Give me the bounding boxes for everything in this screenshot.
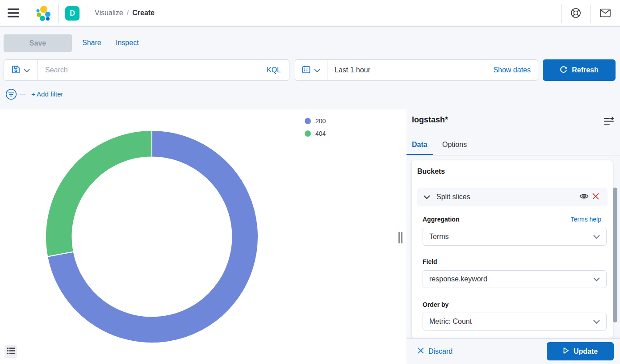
legend-label: 200 <box>315 117 326 125</box>
close-x-icon <box>418 347 424 356</box>
space-avatar[interactable]: D <box>65 6 80 21</box>
chevron-down-icon <box>314 66 320 74</box>
refresh-button[interactable]: Refresh <box>543 59 616 81</box>
panel-scrollbar-thumb[interactable] <box>613 188 617 322</box>
filter-funnel-icon <box>5 94 17 101</box>
help-life-ring-icon <box>570 7 582 20</box>
chevron-down-icon <box>24 66 30 74</box>
chevron-down-icon <box>593 318 600 326</box>
index-pattern-title: logstash* <box>412 115 448 125</box>
field-label: Field <box>423 258 437 265</box>
legend-dot-404 <box>305 130 311 137</box>
time-range-value[interactable]: Last 1 hour <box>327 66 493 74</box>
menu-hamburger-button[interactable] <box>6 7 21 20</box>
discard-label: Discard <box>428 347 452 356</box>
collapse-panel-button[interactable] <box>603 116 615 127</box>
header-divider <box>28 4 28 23</box>
update-button[interactable]: Update <box>547 342 614 360</box>
query-bar: KQL <box>4 59 289 81</box>
kibana-visualize-editor: D Visualize / Create <box>0 0 620 364</box>
panel-resize-handle[interactable] <box>398 232 403 243</box>
tab-data[interactable]: Data <box>406 140 433 155</box>
field-select[interactable]: response.keyword <box>423 270 607 288</box>
chevron-down-icon <box>593 233 600 241</box>
chevron-down-icon <box>423 193 430 201</box>
legend-toggle-button[interactable] <box>4 345 17 358</box>
share-button[interactable]: Share <box>82 39 101 47</box>
menu-right-collapse-icon <box>603 117 614 127</box>
query-language-button[interactable]: KQL <box>259 66 289 74</box>
breadcrumb: Visualize / Create <box>95 9 155 17</box>
aggregation-label: Aggregation <box>423 216 459 223</box>
legend-dot-200 <box>305 118 311 124</box>
legend-list-icon <box>7 347 15 356</box>
eye-icon <box>579 193 589 201</box>
donut-pie-chart[interactable] <box>45 130 259 344</box>
legend-item-404[interactable]: 404 <box>305 130 326 137</box>
save-button[interactable]: Save <box>4 34 72 52</box>
save-query-floppy-icon <box>12 65 20 75</box>
remove-bucket-button[interactable] <box>590 191 601 203</box>
add-filter-button[interactable]: + Add filter <box>31 90 63 98</box>
chart-legend: 200 404 <box>305 117 326 137</box>
app-header: D Visualize / Create <box>0 0 620 27</box>
visualization-canvas <box>0 109 406 364</box>
date-picker-bar: Last 1 hour Show dates <box>295 59 538 81</box>
field-value: response.keyword <box>429 275 487 283</box>
tab-data-label: Data <box>412 140 427 149</box>
editor-bottom-bar: Discard Update <box>406 338 620 364</box>
legend-item-200[interactable]: 200 <box>305 117 326 125</box>
filter-bar-dash <box>20 94 26 95</box>
header-divider <box>58 4 59 23</box>
refresh-button-label: Refresh <box>572 66 599 74</box>
buckets-section-title: Buckets <box>417 167 445 176</box>
legend-label: 404 <box>315 130 326 137</box>
tabs-divider <box>406 155 620 155</box>
donut-slice-404[interactable] <box>46 130 152 257</box>
buckets-config-card: Buckets Split slices Aggregation <box>412 160 613 338</box>
refresh-icon <box>560 66 567 75</box>
tab-options[interactable]: Options <box>437 140 472 155</box>
order-by-select[interactable]: Metric: Count <box>423 313 607 331</box>
breadcrumb-create: Create <box>132 9 155 17</box>
order-by-value: Metric: Count <box>429 318 472 326</box>
update-label: Update <box>574 347 598 356</box>
mail-icon <box>599 8 611 19</box>
saved-query-menu-button[interactable] <box>4 60 38 80</box>
inspect-button[interactable]: Inspect <box>116 39 139 47</box>
calendar-icon <box>302 65 310 75</box>
bucket-type-label: Split slices <box>436 193 578 201</box>
date-quick-menu-button[interactable] <box>295 60 327 80</box>
chevron-down-icon <box>593 275 600 283</box>
search-input[interactable] <box>38 66 259 74</box>
header-divider <box>591 4 591 23</box>
help-button[interactable] <box>569 7 582 20</box>
order-by-label: Order by <box>423 301 448 308</box>
elastic-logo[interactable] <box>35 5 51 23</box>
close-x-icon <box>592 193 599 201</box>
aggregation-value: Terms <box>429 233 449 241</box>
newsfeed-button[interactable] <box>599 7 612 20</box>
aggregation-select[interactable]: Terms <box>423 228 607 246</box>
show-dates-button[interactable]: Show dates <box>493 66 538 74</box>
header-divider <box>87 4 87 23</box>
split-slices-accordion[interactable]: Split slices <box>417 188 607 206</box>
filter-menu-button[interactable] <box>5 88 17 100</box>
breadcrumb-visualize[interactable]: Visualize <box>95 9 123 17</box>
terms-help-link[interactable]: Terms help <box>571 216 601 223</box>
header-divider <box>561 4 561 23</box>
discard-button[interactable]: Discard <box>418 347 452 356</box>
toggle-visibility-button[interactable] <box>578 191 590 203</box>
tab-options-label: Options <box>442 140 467 149</box>
breadcrumb-separator: / <box>127 9 129 17</box>
hamburger-icon <box>7 8 20 20</box>
play-icon <box>563 347 569 356</box>
